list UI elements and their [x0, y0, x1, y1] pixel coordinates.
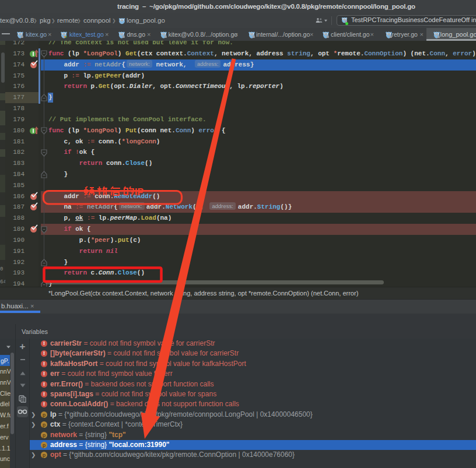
svg-text:IP: IP [135, 187, 144, 197]
